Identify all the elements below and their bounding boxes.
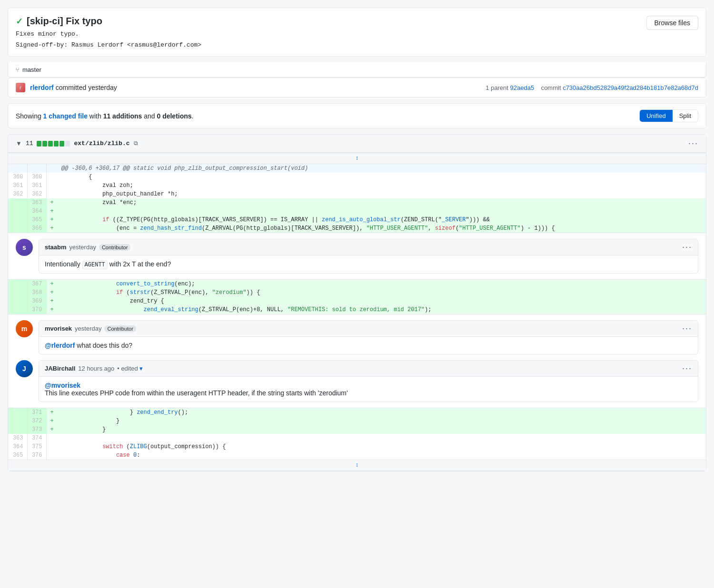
unified-view-button[interactable]: Unified	[640, 110, 672, 122]
new-line-num: 371	[27, 408, 46, 417]
old-line-num	[8, 297, 27, 305]
comment-time-jabirchall: 12 hours ago	[78, 365, 114, 372]
old-line-num	[8, 280, 27, 288]
comment-more-staabm[interactable]: ···	[682, 242, 692, 252]
commit-meta-text: rlerdorf committed yesterday	[30, 84, 117, 91]
new-line-num: 365	[27, 216, 46, 224]
old-line-num: 363	[8, 434, 27, 442]
table-row: 362 362 php_output_handler *h;	[8, 190, 706, 198]
expand-icon-bottom[interactable]: ↕	[8, 460, 706, 471]
table-row: 363 374	[8, 434, 706, 442]
table-row: 367 + convert_to_string(enc);	[8, 280, 706, 288]
diff-code: (enc = zend_hash_str_find(Z_ARRVAL(PG(ht…	[58, 224, 706, 233]
table-row: 364 375 switch (ZLIBG(output_compression…	[8, 442, 706, 451]
hunk-old-num	[8, 164, 27, 173]
author-avatar: r	[16, 83, 25, 92]
diff-sign: +	[46, 288, 58, 297]
expand-icon-top[interactable]: ↕	[8, 153, 706, 164]
new-line-num: 376	[27, 451, 46, 460]
author-link[interactable]: rlerdorf	[30, 84, 54, 91]
commit-meta-row: r rlerdorf committed yesterday 1 parent …	[8, 78, 706, 98]
branch-icon: ⑂	[16, 66, 20, 73]
table-row: 366 + (enc = zend_hash_str_find(Z_ARRVAL…	[8, 224, 706, 233]
new-line-num: 360	[27, 173, 46, 181]
table-row: 368 + if (strstr(Z_STRVAL_P(enc), "zerod…	[8, 288, 706, 297]
diff-code: zval *enc;	[58, 198, 706, 207]
diff-table-3: 371 + } zend_end_try(); 372 + } 373	[8, 408, 706, 471]
diff-code: php_output_handler *h;	[58, 190, 706, 198]
diff-table-2: 367 + convert_to_string(enc); 368 + if (…	[8, 280, 706, 314]
comment-time-staabm: yesterday	[69, 244, 96, 251]
hunk-sign	[46, 164, 58, 173]
comment-text-jabirchall: This line executes PHP code from within …	[45, 389, 348, 397]
comment-header-mvorisek: mvorisek yesterday Contributor ···	[39, 321, 698, 337]
branch-name: master	[22, 66, 41, 73]
commit-title-text: [skip-ci] Fix typo	[27, 16, 102, 27]
changed-file-link[interactable]: 1 changed file	[43, 112, 88, 120]
mention-rlerdorf: @rlerdorf	[45, 342, 75, 349]
old-line-num	[8, 288, 27, 297]
old-line-num	[8, 207, 27, 216]
diff-sign: +	[46, 216, 58, 224]
diff-sign: +	[46, 207, 58, 216]
diff-table: ↕ @@ -360,6 +360,17 @@ static void php_z…	[8, 153, 706, 233]
expander-bottom[interactable]: ↕	[8, 460, 706, 471]
file-path: ext/zlib/zlib.c	[74, 140, 129, 147]
diff-sign	[46, 190, 58, 198]
old-line-num	[8, 216, 27, 224]
file-diff-header: ▼ 11 ext/zlib/zlib.c ⧉ ···	[8, 135, 706, 153]
table-row: 365 + if ((Z_TYPE(PG(http_globals)[TRACK…	[8, 216, 706, 224]
diff-code: if (strstr(Z_STRVAL_P(enc), "zerodium"))…	[58, 288, 706, 297]
comment-more-jabirchall[interactable]: ···	[682, 363, 692, 373]
diff-sign: +	[46, 425, 58, 434]
diff-sign: +	[46, 198, 58, 207]
new-line-num: 372	[27, 417, 46, 425]
collapse-file-button[interactable]: ▼	[16, 140, 22, 147]
comment-badge-staabm: Contributor	[99, 244, 130, 251]
diff-code: zval zoh;	[58, 181, 706, 190]
table-row: 360 360 {	[8, 173, 706, 181]
old-line-num: 361	[8, 181, 27, 190]
comment-author-staabm: staabm	[45, 244, 67, 251]
old-line-num: 365	[8, 451, 27, 460]
diff-code: zend_try {	[58, 297, 706, 305]
diff-sign: +	[46, 280, 58, 288]
browse-files-button[interactable]: Browse files	[646, 16, 698, 30]
diff-code: switch (ZLIBG(output_compression)) {	[58, 442, 706, 451]
comment-more-mvorisek[interactable]: ···	[682, 323, 692, 333]
comment-item-staabm: s staabm yesterday Contributor ··· Inten…	[16, 239, 698, 274]
bar-4	[54, 141, 59, 147]
additions-count: 11 additions	[103, 112, 142, 120]
comment-content-mvorisek: mvorisek yesterday Contributor ··· @rler…	[39, 320, 698, 354]
commit-description: Fixes minor typo.	[16, 30, 698, 38]
diff-code: case 0:	[58, 451, 706, 460]
diff-sign	[46, 442, 58, 451]
parent-hash-link[interactable]: 92aeda5	[510, 84, 535, 91]
copy-path-icon[interactable]: ⧉	[134, 140, 138, 147]
commit-hash-link[interactable]: c730aa26bd52829a49f2ad284b181b7e82a68d7d	[563, 84, 698, 91]
expander-top[interactable]: ↕	[8, 153, 706, 164]
new-line-num: 363	[27, 198, 46, 207]
mention-mvorisek: @mvorisek	[45, 382, 80, 389]
new-line-num: 375	[27, 442, 46, 451]
edited-dropdown[interactable]: ▾	[139, 365, 143, 372]
diff-stats: Showing 1 changed file with 11 additions…	[16, 112, 194, 120]
diff-code: }	[58, 417, 706, 425]
bar-3	[48, 141, 53, 147]
file-diff: ▼ 11 ext/zlib/zlib.c ⧉ ··· ↕	[8, 134, 706, 471]
additions-count-label: 11	[26, 140, 33, 147]
table-row: 371 + } zend_end_try();	[8, 408, 706, 417]
inline-comment-block-2: m mvorisek yesterday Contributor ··· @rl…	[8, 314, 706, 408]
hunk-code: @@ -360,6 +360,17 @@ static void php_zli…	[58, 164, 706, 173]
diff-code: } zend_end_try();	[58, 408, 706, 417]
new-line-num: 370	[27, 305, 46, 314]
split-view-button[interactable]: Split	[673, 110, 698, 122]
comment-body-staabm: Intentionally AGENTT with 2x T at the en…	[39, 255, 698, 273]
old-line-num	[8, 408, 27, 417]
bar-2	[42, 141, 47, 147]
diff-sign	[46, 434, 58, 442]
diff-sign: +	[46, 305, 58, 314]
diff-code: {	[58, 173, 706, 181]
commit-signoff: Signed-off-by: Rasmus Lerdorf <rasmus@le…	[16, 41, 698, 49]
file-more-button[interactable]: ···	[688, 138, 698, 148]
